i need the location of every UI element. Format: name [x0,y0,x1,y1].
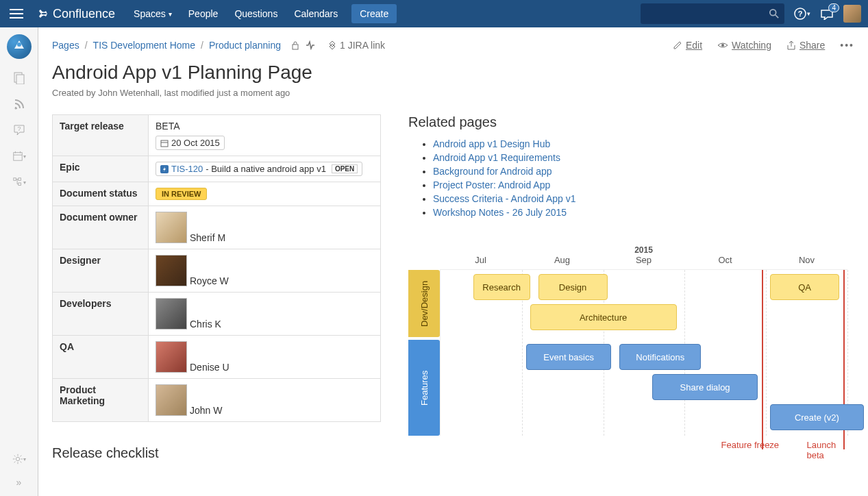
svg-rect-14 [18,178,21,181]
nav-calendars[interactable]: Calendars [286,0,346,27]
lane-features: Features [408,340,440,436]
milestone-label-launch: Launch beta [807,440,848,460]
restrictions-icon[interactable] [290,40,300,50]
bar-architecture[interactable]: Architecture [530,304,677,330]
notification-badge: 4 [828,3,839,12]
doc-status-badge: IN REVIEW [156,188,207,200]
breadcrumb-space[interactable]: TIS Development Home [93,40,195,51]
settings-icon[interactable]: ▾ [12,452,26,466]
bar-share-dialog[interactable]: Share dialog [652,374,758,400]
breadcrumb-parent[interactable]: Product planning [209,40,281,51]
bar-research[interactable]: Research [473,274,530,300]
confluence-logo[interactable]: Confluence [36,7,115,21]
questions-icon[interactable]: ? [12,123,26,137]
pencil-icon [673,40,682,50]
calendar-icon [160,139,169,147]
related-link[interactable]: Android app v1 Design Hub [433,138,550,149]
avatar [156,384,187,416]
svg-rect-19 [161,140,168,147]
svg-line-1 [776,15,778,18]
svg-rect-6 [16,75,24,84]
properties-table: Target release BETA 20 Oct 2015 [52,114,381,422]
svg-point-18 [721,44,724,47]
roadmap: 2015 Jul Aug Sep Oct Nov Dev/Design Feat… [408,245,854,454]
svg-point-16 [16,457,19,460]
eye-icon [717,41,728,49]
app-switcher-icon[interactable] [7,4,26,23]
related-link[interactable]: Workshop Notes - 26 July 2015 [433,207,567,218]
jira-icon [327,40,337,50]
related-link[interactable]: Background for Android app [433,166,552,177]
target-date[interactable]: 20 Oct 2015 [156,136,225,150]
roadmap-months: Jul Aug Sep Oct Nov [440,255,847,270]
svg-text:?: ? [17,125,21,132]
jira-links[interactable]: 1 JIRA link [327,40,385,51]
more-actions[interactable]: ••• [840,40,854,51]
nav-questions[interactable]: Questions [226,0,286,27]
qa-person[interactable]: Denise U [156,341,373,373]
page-byline: Created by John Wetenhall, last modified… [52,88,854,98]
global-header: Confluence Spaces▾ People Questions Cale… [0,0,868,27]
doc-owner[interactable]: Sherif M [156,212,373,243]
page-title: Android App v1 Planning Page [52,62,854,84]
avatar [156,212,187,243]
bar-design[interactable]: Design [538,274,608,300]
avatar [156,255,187,286]
svg-rect-15 [18,183,21,186]
svg-text:?: ? [798,10,803,18]
bar-create-v2[interactable]: Create (v2) [770,404,864,430]
pages-icon[interactable] [12,71,26,85]
related-link[interactable]: Project Poster: Android App [433,179,550,190]
activity-icon[interactable] [306,40,315,50]
watch-button[interactable]: Watching [717,40,771,51]
svg-rect-13 [13,178,16,181]
calendar-icon[interactable]: ▾ [12,149,26,163]
search-input[interactable] [641,3,784,24]
create-button[interactable]: Create [351,4,397,23]
space-logo[interactable] [7,34,32,59]
avatar [156,341,187,373]
svg-rect-17 [293,45,298,49]
checklist-heading: Release checklist [52,445,381,461]
milestone-label-freeze: Feature freeze [721,440,780,450]
nav-items: Spaces▾ People Questions Calendars Creat… [125,0,397,27]
blog-icon[interactable] [12,97,26,111]
share-button[interactable]: Share [786,40,825,51]
bar-notifications[interactable]: Notifications [619,344,701,370]
lane-dev-design: Dev/Design [408,270,440,337]
avatar [156,298,187,330]
related-link[interactable]: Android App v1 Requirements [433,152,560,163]
svg-point-0 [770,10,776,16]
svg-point-7 [14,108,16,110]
tree-icon[interactable]: ▾ [12,175,26,189]
milestone-freeze [762,270,763,449]
developer[interactable]: Chris K [156,298,373,330]
svg-point-4 [17,42,21,47]
related-pages-list: Android app v1 Design Hub Android App v1… [408,138,854,218]
target-release-value: BETA [156,121,373,132]
expand-icon[interactable]: » [12,475,26,489]
search-icon [769,9,779,18]
notifications-icon[interactable]: 4 [820,8,834,20]
svg-rect-9 [13,153,21,161]
bar-qa[interactable]: QA [770,274,839,300]
pm-person[interactable]: John W [156,384,373,416]
edit-button[interactable]: Edit [673,40,702,51]
epic-link[interactable]: TIS-120 - Build a native android app v1 … [156,162,362,176]
breadcrumb-pages[interactable]: Pages [52,40,79,51]
breadcrumb: Pages / TIS Development Home / Product p… [52,40,281,51]
designer[interactable]: Royce W [156,255,373,286]
related-pages-heading: Related pages [408,114,854,130]
help-icon[interactable]: ? ▾ [794,8,810,20]
nav-people[interactable]: People [180,0,227,27]
nav-spaces[interactable]: Spaces▾ [125,0,180,27]
share-icon [786,40,796,50]
space-sidebar: ? ▾ ▾ ▾ » [0,27,38,496]
bar-event-basics[interactable]: Event basics [526,344,612,370]
main-content: Pages / TIS Development Home / Product p… [38,27,868,496]
user-avatar[interactable] [843,5,861,23]
epic-icon [160,165,169,173]
related-link[interactable]: Success Criteria - Android App v1 [433,193,576,204]
